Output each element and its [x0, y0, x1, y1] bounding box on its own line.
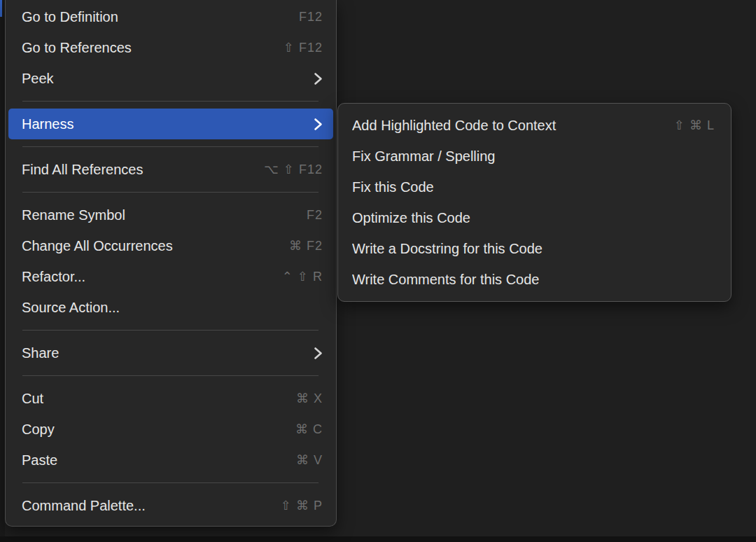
- menu-separator: [22, 101, 318, 102]
- menu-item-go-to-references[interactable]: Go to References⇧ F12: [6, 32, 336, 63]
- menu-item-shortcut: ⇧ F12: [284, 40, 323, 55]
- menu-item-label: Cut: [22, 391, 279, 407]
- menu-item-harness[interactable]: Harness: [8, 109, 333, 139]
- menu-item-go-to-definition[interactable]: Go to DefinitionF12: [6, 1, 336, 32]
- menu-item-shortcut: ⌘ V: [296, 452, 323, 468]
- menu-item-label: Optimize this Code: [352, 210, 715, 226]
- menu-item-rename-symbol[interactable]: Rename SymbolF2: [6, 200, 336, 230]
- menu-item-optimize-this-code[interactable]: Optimize this Code: [338, 202, 731, 233]
- menu-item-label: Rename Symbol: [22, 207, 290, 223]
- menu-item-label: Write a Docstring for this Code: [352, 241, 715, 257]
- menu-item-label: Find All References: [22, 162, 247, 178]
- menu-item-label: Harness: [22, 116, 297, 132]
- menu-item-label: Fix Grammar / Spelling: [352, 148, 715, 165]
- menu-separator: [22, 192, 318, 193]
- menu-item-fix-grammar-spelling[interactable]: Fix Grammar / Spelling: [338, 141, 731, 172]
- menu-item-label: Go to Definition: [22, 9, 282, 25]
- menu-item-paste[interactable]: Paste⌘ V: [6, 445, 336, 475]
- menu-item-label: Paste: [22, 452, 279, 468]
- menu-item-label: Copy: [22, 422, 279, 438]
- menu-item-shortcut: ⌘ C: [295, 422, 323, 437]
- menu-item-label: Go to References: [22, 40, 267, 56]
- menu-item-label: Fix this Code: [352, 179, 715, 195]
- menu-item-copy[interactable]: Copy⌘ C: [6, 414, 336, 445]
- menu-separator: [22, 482, 318, 483]
- menu-item-label: Peek: [22, 71, 297, 87]
- menu-item-shortcut: F2: [307, 208, 323, 223]
- menu-item-label: Write Comments for this Code: [352, 272, 715, 288]
- menu-separator: [22, 146, 318, 147]
- menu-item-shortcut: ⇧ ⌘ P: [281, 498, 323, 513]
- editor-selection-sliver: [0, 0, 2, 17]
- menu-item-write-comments-for-this-code[interactable]: Write Comments for this Code: [338, 264, 731, 295]
- menu-item-shortcut: ⇧ ⌘ L: [674, 118, 715, 133]
- menu-item-label: Change All Occurrences: [22, 238, 272, 254]
- menu-item-write-a-docstring-for-this-code[interactable]: Write a Docstring for this Code: [338, 233, 731, 264]
- submenu-chevron-icon: [314, 347, 323, 360]
- menu-item-label: Refactor...: [22, 269, 265, 285]
- menu-item-label: Source Action...: [22, 300, 323, 316]
- harness-submenu: Add Highlighted Code to Context⇧ ⌘ LFix …: [337, 103, 732, 302]
- menu-item-label: Add Highlighted Code to Context: [352, 118, 657, 134]
- menu-item-find-all-references[interactable]: Find All References⌥ ⇧ F12: [6, 154, 336, 185]
- menu-item-shortcut: ⌥ ⇧ F12: [264, 162, 323, 177]
- menu-item-peek[interactable]: Peek: [6, 63, 336, 94]
- menu-item-command-palette[interactable]: Command Palette...⇧ ⌘ P: [6, 490, 336, 521]
- submenu-chevron-icon: [314, 118, 323, 131]
- menu-item-share[interactable]: Share: [6, 338, 336, 368]
- editor-bottom-strip: [0, 536, 756, 542]
- menu-separator: [22, 330, 318, 331]
- menu-separator: [22, 375, 318, 376]
- menu-item-source-action[interactable]: Source Action...: [6, 292, 336, 323]
- menu-item-label: Command Palette...: [22, 498, 264, 514]
- menu-item-shortcut: ⌘ X: [296, 391, 323, 406]
- editor-background-strip: [0, 0, 5, 542]
- menu-item-fix-this-code[interactable]: Fix this Code: [338, 172, 731, 202]
- editor-context-menu: Go to DefinitionF12Go to References⇧ F12…: [5, 0, 337, 527]
- submenu-chevron-icon: [314, 72, 323, 85]
- menu-item-shortcut: ⌃ ⇧ R: [282, 269, 323, 284]
- menu-item-shortcut: F12: [299, 10, 323, 25]
- menu-item-cut[interactable]: Cut⌘ X: [6, 383, 336, 414]
- menu-item-refactor[interactable]: Refactor...⌃ ⇧ R: [6, 261, 336, 292]
- menu-item-change-all-occurrences[interactable]: Change All Occurrences⌘ F2: [6, 230, 336, 261]
- menu-item-label: Share: [22, 345, 297, 361]
- menu-item-add-highlighted-code-to-context[interactable]: Add Highlighted Code to Context⇧ ⌘ L: [338, 110, 731, 141]
- menu-item-shortcut: ⌘ F2: [289, 238, 323, 253]
